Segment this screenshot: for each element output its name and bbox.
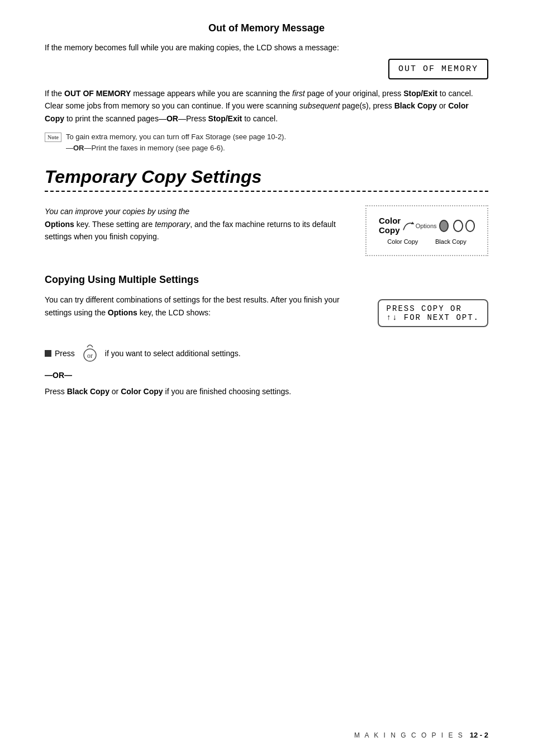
out-of-memory-body: If the OUT OF MEMORY message appears whi… [45, 87, 488, 125]
press-additional-text: if you want to select additional setting… [105, 349, 241, 358]
or-divider: —OR— [45, 371, 488, 380]
svg-text:or: or [87, 352, 93, 360]
copy-multiple-display: PRESS COPY OR ↑↓ FOR NEXT OPT. [378, 294, 488, 327]
out-of-memory-intro: If the memory becomes full while you are… [45, 42, 372, 54]
lcd-line-1: PRESS COPY OR [387, 304, 479, 313]
note-icon: Note [45, 133, 61, 142]
footer-page-num: 12 - 2 [470, 731, 488, 739]
note-row: Note To gain extra memory, you can turn … [45, 131, 488, 153]
or-icon-svg: or [80, 343, 99, 364]
color-copy-diagram-box: ColorCopy Options Color Copy [365, 205, 488, 256]
lcd-press-copy: PRESS COPY OR ↑↓ FOR NEXT OPT. [378, 299, 488, 327]
copy-multiple-body: You can try different combinations of se… [45, 294, 488, 327]
black-copy-btn-label: Black Copy [435, 238, 467, 245]
options-label: Options [416, 223, 437, 229]
out-of-memory-heading: Out of Memory Message [45, 22, 488, 34]
out-of-memory-top: If the memory becomes full while you are… [45, 42, 488, 79]
color-copy-bold-label: ColorCopy [379, 216, 401, 235]
or-button-icon: or [80, 343, 99, 364]
note-text: To gain extra memory, you can turn off F… [66, 131, 286, 153]
curved-arrow-icon [402, 218, 414, 234]
out-of-memory-section: Out of Memory Message If the memory beco… [45, 22, 488, 153]
final-text: Press Black Copy or Color Copy if you ar… [45, 385, 488, 398]
press-row: Press or if you want to select additiona… [45, 343, 488, 364]
page: Out of Memory Message If the memory beco… [0, 0, 533, 756]
options-button-circle [439, 220, 449, 232]
copy-multiple-heading: Copying Using Multiple Settings [45, 274, 488, 286]
black-square-bullet [45, 350, 51, 357]
dashed-divider [45, 191, 488, 192]
copy-multiple-section: Copying Using Multiple Settings You can … [45, 274, 488, 327]
intro-text: If the memory becomes full while you are… [45, 43, 339, 52]
color-copy-btn-label: Color Copy [387, 238, 418, 245]
temp-copy-body: You can improve your copies by using the… [45, 205, 488, 256]
press-or-section: Press or if you want to select additiona… [45, 343, 488, 398]
lcd-line-2: ↑↓ FOR NEXT OPT. [387, 313, 479, 322]
color-copy-button-circle [453, 220, 463, 232]
press-label-static: Press [55, 349, 75, 358]
page-footer: M A K I N G C O P I E S 12 - 2 [0, 731, 533, 739]
diagram-row: ColorCopy Options [379, 216, 475, 235]
temp-copy-text: You can improve your copies by using the… [45, 205, 349, 243]
black-copy-button-circle [465, 220, 475, 232]
out-of-memory-display: OUT OF MEMORY [388, 42, 488, 79]
temp-copy-section: Temporary Copy Settings You can improve … [45, 167, 488, 256]
lcd-out-of-memory: OUT OF MEMORY [388, 59, 488, 79]
diagram-bottom-labels: Color Copy Black Copy [379, 238, 475, 245]
footer-making-copies: M A K I N G C O P I E S [354, 731, 464, 739]
copy-multiple-text: You can try different combinations of se… [45, 294, 361, 319]
temp-copy-heading: Temporary Copy Settings [45, 167, 488, 187]
